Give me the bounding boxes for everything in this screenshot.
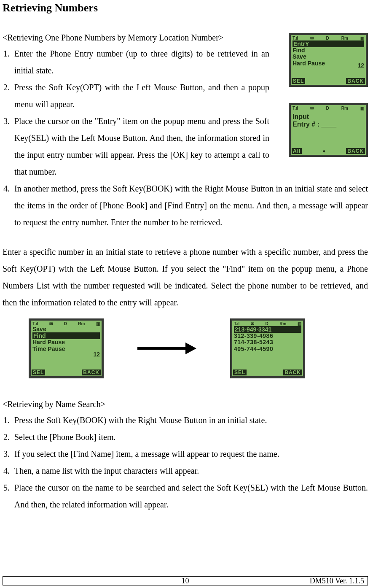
menu-item: Save bbox=[292, 54, 364, 60]
softkey-left: All bbox=[292, 148, 302, 154]
doc-version: DM510 Ver. 1.1.5 bbox=[310, 577, 364, 585]
softkey-left: SEL bbox=[32, 370, 45, 375]
section-memory-location: T.ıl ✉ D Rm ▥ EntrY Find Save Hard Pause… bbox=[3, 33, 368, 231]
menu-item: Time Pause bbox=[32, 346, 100, 352]
d-icon: D bbox=[326, 106, 329, 111]
softkey-right: BACK bbox=[82, 370, 101, 375]
mid-paragraph: Enter a specific number in an initial st… bbox=[3, 243, 368, 311]
d-icon: D bbox=[64, 321, 67, 326]
phone-number: 213-949-3341 bbox=[234, 326, 301, 333]
battery-icon: ▥ bbox=[360, 106, 364, 111]
battery-icon: ▥ bbox=[298, 321, 301, 326]
rm-icon: Rm bbox=[341, 36, 348, 40]
phone-number: 714-738-5243 bbox=[234, 339, 301, 345]
softkey-right: BACK bbox=[346, 148, 365, 154]
section-subtitle: <Retrieving by Name Search> bbox=[3, 399, 368, 409]
prompt-line1: Input bbox=[292, 113, 364, 121]
page-number: 10 bbox=[182, 577, 189, 585]
nav-indicator-icon: ♦ bbox=[323, 148, 325, 154]
arrow-right-icon bbox=[137, 347, 196, 350]
battery-icon: ▥ bbox=[360, 36, 364, 40]
mail-icon: ✉ bbox=[310, 36, 314, 40]
entry-number: 12 bbox=[93, 351, 100, 358]
phone-screenshot-input-entry: T.ıl ✉ D Rm ▥ Input Entry # : ____ All ♦… bbox=[289, 103, 368, 157]
rm-icon: Rm bbox=[78, 321, 85, 326]
menu-item: Hard Pause bbox=[32, 339, 100, 345]
status-bar: T.ıl ✉ D Rm ▥ bbox=[232, 321, 303, 326]
menu-item: Save bbox=[32, 326, 100, 332]
list-item: Press the Soft Key(BOOK) with the Right … bbox=[12, 412, 368, 429]
battery-icon: ▥ bbox=[96, 321, 100, 326]
phone-screenshot-entry-menu: T.ıl ✉ D Rm ▥ EntrY Find Save Hard Pause… bbox=[289, 33, 368, 87]
softkey-right: BACK bbox=[283, 370, 302, 375]
d-icon: D bbox=[326, 36, 329, 40]
menu-item: Find bbox=[32, 332, 100, 339]
list-item: Then, a name list with the input charact… bbox=[12, 462, 368, 479]
menu-item: EntrY bbox=[292, 40, 364, 47]
d-icon: D bbox=[265, 321, 268, 326]
page-footer: 10 DM510 Ver. 1.1.5 bbox=[3, 576, 368, 585]
mail-icon: ✉ bbox=[251, 321, 254, 326]
phone-number: 312-339-4986 bbox=[234, 333, 301, 339]
entry-number: 12 bbox=[357, 62, 364, 69]
list-item: If you select the [Find Name] item, a me… bbox=[12, 445, 368, 462]
phone-screenshot-number-list: T.ıl ✉ D Rm ▥ 213-949-3341 312-339-4986 … bbox=[230, 318, 305, 378]
rm-icon: Rm bbox=[279, 321, 286, 326]
mail-icon: ✉ bbox=[310, 106, 314, 111]
signal-icon: T.ıl bbox=[234, 321, 239, 326]
softkey-left: SEL bbox=[233, 370, 247, 375]
status-bar: T.ıl ✉ D Rm ▥ bbox=[291, 105, 366, 111]
phone-number: 405-744-4590 bbox=[234, 346, 301, 352]
list-item: Place the cursor on the name to be searc… bbox=[12, 479, 368, 513]
list-item: In another method, press the Soft Key(BO… bbox=[12, 180, 368, 231]
prompt-line2: Entry # : ____ bbox=[292, 121, 364, 128]
menu-item: Find bbox=[292, 47, 364, 54]
mail-icon: ✉ bbox=[49, 321, 53, 326]
softkey-left: SEL bbox=[292, 78, 305, 84]
signal-icon: T.ıl bbox=[292, 106, 298, 111]
screens-flow: T.ıl ✉ D Rm ▥ Save Find Hard Pause Time … bbox=[29, 318, 368, 378]
status-bar: T.ıl ✉ D Rm ▥ bbox=[291, 35, 366, 40]
section-name-search: <Retrieving by Name Search> Press the So… bbox=[3, 399, 368, 513]
softkey-right: BACK bbox=[346, 78, 365, 84]
page-root: Retrieving Numbers T.ıl ✉ D Rm ▥ EntrY F… bbox=[0, 0, 373, 588]
phone-screenshot-find-menu: T.ıl ✉ D Rm ▥ Save Find Hard Pause Time … bbox=[29, 318, 104, 378]
menu-item: Hard Pause bbox=[292, 60, 364, 67]
page-title: Retrieving Numbers bbox=[3, 2, 368, 14]
rm-icon: Rm bbox=[341, 106, 348, 111]
list-item: Select the [Phone Book] item. bbox=[12, 429, 368, 445]
section2-steps: Press the Soft Key(BOOK) with the Right … bbox=[12, 412, 368, 513]
signal-icon: T.ıl bbox=[292, 36, 298, 40]
